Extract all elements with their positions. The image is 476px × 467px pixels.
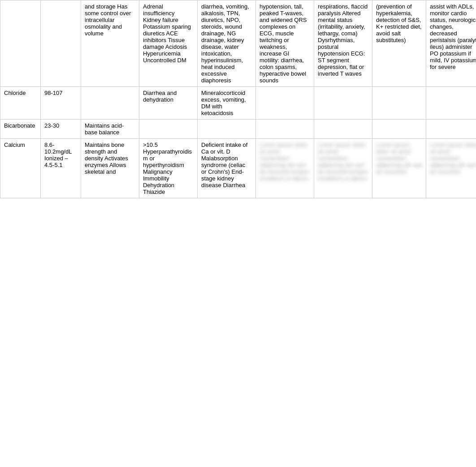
cell-deficit-causes bbox=[198, 120, 256, 139]
table-row: Chloride 98-107 Diarrhea and dehydration… bbox=[0, 87, 476, 120]
cell-excess-ss bbox=[256, 87, 314, 120]
cell-deficit-treatment bbox=[426, 87, 476, 120]
cell-range: 23-30 bbox=[41, 120, 81, 139]
cell-deficit-treatment bbox=[426, 120, 476, 139]
cell-excess-treatment bbox=[372, 120, 426, 139]
cell-electrolyte: Calcium bbox=[0, 139, 41, 198]
table-row: Calcium 8.6-10.2mg/dL Ionized – 4.5-5.1 … bbox=[0, 139, 476, 198]
cell-excess-causes: Adrenal insufficiency Kidney failure Pot… bbox=[139, 0, 198, 87]
cell-range bbox=[41, 0, 81, 87]
cell-deficit-causes: Deficient intake of Ca or vit. D Malabso… bbox=[198, 139, 256, 198]
cell-deficit-ss bbox=[314, 87, 372, 120]
table-row: and storage Has some control over intrac… bbox=[0, 0, 476, 87]
cell-function: and storage Has some control over intrac… bbox=[81, 0, 139, 87]
cell-excess-treatment bbox=[372, 87, 426, 120]
cell-deficit-ss bbox=[314, 120, 372, 139]
cell-deficit-causes: Mineralocorticoid excess, vomiting, DM w… bbox=[198, 87, 256, 120]
cell-excess-ss: hypotension, tall, peaked T-waves, and w… bbox=[256, 0, 314, 87]
cell-excess-causes: >10.5 Hyperparathyroidism or hyperthyroi… bbox=[139, 139, 198, 198]
cell-electrolyte: Bicarbonate bbox=[0, 120, 41, 139]
table-wrapper: and storage Has some control over intrac… bbox=[0, 0, 476, 198]
cell-deficit-causes: diarrhea, vomiting, alkalosis, TPN, diur… bbox=[198, 0, 256, 87]
cell-function: Maintains acid-base balance bbox=[81, 120, 139, 139]
cell-range: 8.6-10.2mg/dL Ionized – 4.5-5.1 bbox=[41, 139, 81, 198]
cell-excess-treatment: (prevention of hyperkalemia, detection o… bbox=[372, 0, 426, 87]
cell-function bbox=[81, 87, 139, 120]
cell-deficit-ss: respirations, flaccid paralysis Altered … bbox=[314, 0, 372, 87]
electrolytes-table: and storage Has some control over intrac… bbox=[0, 0, 476, 198]
cell-electrolyte: Chloride bbox=[0, 87, 41, 120]
cell-deficit-treatment: Lorem ipsum dolor sit amet consectetur a… bbox=[426, 139, 476, 198]
cell-excess-ss bbox=[256, 120, 314, 139]
cell-excess-treatment: Lorem ipsum dolor sit amet consectetur a… bbox=[372, 139, 426, 198]
cell-excess-causes: Diarrhea and dehydration bbox=[139, 87, 198, 120]
table-row: Bicarbonate 23-30 Maintains acid-base ba… bbox=[0, 120, 476, 139]
cell-deficit-treatment: assist with ADLs, monitor cardio status,… bbox=[426, 0, 476, 87]
cell-excess-ss: Lorem ipsum dolor sit amet consectetur a… bbox=[256, 139, 314, 198]
cell-electrolyte bbox=[0, 0, 41, 87]
cell-excess-causes bbox=[139, 120, 198, 139]
cell-range: 98-107 bbox=[41, 87, 81, 120]
cell-deficit-ss: Lorem ipsum dolor sit amet consectetur a… bbox=[314, 139, 372, 198]
cell-function: Maintains bone strength and density Acti… bbox=[81, 139, 139, 198]
